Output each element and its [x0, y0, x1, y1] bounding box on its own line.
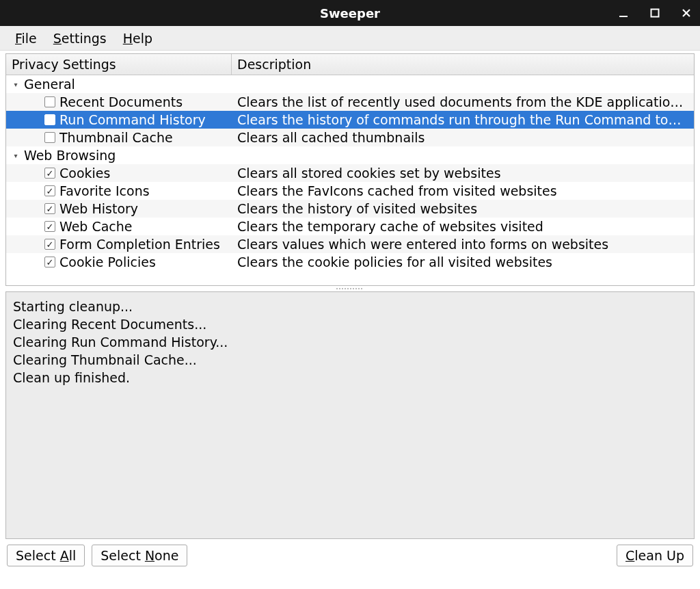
log-line: Clearing Thumbnail Cache... — [13, 351, 687, 369]
select-none-button[interactable]: Select None — [92, 545, 187, 566]
item-label: Web Cache — [59, 219, 133, 234]
select-all-button[interactable]: Select All — [7, 545, 85, 566]
item-label: Cookies — [59, 166, 110, 181]
tree-item[interactable]: Run Command HistoryClears the history of… — [6, 111, 694, 129]
checkbox[interactable] — [44, 96, 55, 107]
button-bar: Select All Select None Clean Up — [0, 539, 700, 573]
item-description: Clears the FavIcons cached from visited … — [232, 183, 694, 198]
tree-group[interactable]: ▾General — [6, 75, 694, 93]
checkbox[interactable]: ✓ — [44, 257, 55, 267]
group-cell: ▾General — [6, 77, 232, 92]
svg-rect-1 — [651, 10, 659, 17]
tree-item[interactable]: ✓CookiesClears all stored cookies set by… — [6, 164, 694, 182]
item-description: Clears the history of visited websites — [232, 201, 694, 216]
group-cell: ▾Web Browsing — [6, 148, 232, 163]
item-description: Clears the list of recently used documen… — [232, 94, 694, 109]
tree-group[interactable]: ▾Web Browsing — [6, 146, 694, 164]
item-description: Clears the cookie policies for all visit… — [232, 254, 694, 270]
item-name-cell: ✓Favorite Icons — [6, 183, 232, 198]
log-line: Clearing Run Command History... — [13, 333, 687, 351]
menu-settings-rest: ettings — [62, 31, 107, 46]
minimize-button[interactable] — [614, 3, 633, 23]
tree-item[interactable]: ✓Web HistoryClears the history of visite… — [6, 200, 694, 218]
menu-help-rest: elp — [133, 31, 152, 46]
item-label: Web History — [59, 201, 138, 216]
item-name-cell: ✓Cookies — [6, 166, 232, 181]
item-name-cell: ✓Web History — [6, 201, 232, 216]
checkbox[interactable]: ✓ — [44, 168, 55, 179]
tree-body: ▾GeneralRecent DocumentsClears the list … — [6, 75, 694, 285]
item-name-cell: ✓Web Cache — [6, 219, 232, 234]
item-name-cell: Run Command History — [6, 112, 232, 127]
item-label: Form Completion Entries — [59, 237, 220, 252]
maximize-button[interactable] — [645, 3, 664, 23]
checkbox[interactable]: ✓ — [44, 185, 55, 196]
log-line: Starting cleanup... — [13, 298, 687, 315]
checkbox[interactable]: ✓ — [44, 203, 55, 214]
item-name-cell: ✓Form Completion Entries — [6, 237, 232, 252]
item-name-cell: Thumbnail Cache — [6, 130, 232, 145]
log-line: Clearing Recent Documents... — [13, 315, 687, 333]
checkbox[interactable]: ✓ — [44, 221, 55, 232]
tree-item[interactable]: Thumbnail CacheClears all cached thumbna… — [6, 129, 694, 146]
window-controls — [614, 3, 700, 23]
checkbox[interactable] — [44, 114, 55, 125]
item-description: Clears all cached thumbnails — [232, 130, 694, 145]
tree-header: Privacy Settings Description — [6, 54, 694, 75]
column-header-description[interactable]: Description — [232, 54, 694, 75]
item-label: Run Command History — [59, 112, 206, 127]
item-description: Clears all stored cookies set by website… — [232, 166, 694, 181]
item-name-cell: ✓Cookie Policies — [6, 254, 232, 270]
group-label: General — [24, 77, 75, 92]
item-description: Clears the temporary cache of websites v… — [232, 219, 694, 234]
checkbox[interactable]: ✓ — [44, 239, 55, 250]
tree-item[interactable]: ✓Favorite IconsClears the FavIcons cache… — [6, 182, 694, 200]
item-description: Clears the history of commands run throu… — [232, 112, 694, 127]
menu-settings[interactable]: Settings — [45, 28, 115, 49]
item-label: Recent Documents — [59, 94, 183, 109]
menubar: File Settings Help — [0, 26, 700, 51]
menu-file[interactable]: File — [7, 28, 45, 49]
item-label: Favorite Icons — [59, 183, 150, 198]
column-header-privacy-settings[interactable]: Privacy Settings — [6, 54, 232, 75]
item-label: Cookie Policies — [59, 254, 156, 270]
close-button[interactable] — [677, 3, 696, 23]
tree-item[interactable]: ✓Cookie PoliciesClears the cookie polici… — [6, 253, 694, 271]
window-title: Sweeper — [320, 6, 380, 21]
item-description: Clears values which were entered into fo… — [232, 237, 694, 252]
item-label: Thumbnail Cache — [59, 130, 173, 145]
splitter-grip-icon — [336, 288, 364, 289]
menu-help[interactable]: Help — [115, 28, 161, 49]
expand-icon[interactable]: ▾ — [10, 150, 21, 161]
log-line: Clean up finished. — [13, 369, 687, 387]
group-label: Web Browsing — [24, 148, 116, 163]
log-output: Starting cleanup...Clearing Recent Docum… — [5, 291, 695, 539]
tree-item[interactable]: ✓Web CacheClears the temporary cache of … — [6, 218, 694, 235]
checkbox[interactable] — [44, 132, 55, 143]
splitter-handle[interactable] — [5, 286, 695, 291]
clean-up-button[interactable]: Clean Up — [617, 545, 693, 566]
titlebar: Sweeper — [0, 0, 700, 26]
tree-item[interactable]: Recent DocumentsClears the list of recen… — [6, 93, 694, 111]
menu-file-rest: ile — [22, 31, 37, 46]
item-name-cell: Recent Documents — [6, 94, 232, 109]
svg-rect-0 — [619, 16, 628, 17]
privacy-settings-tree: Privacy Settings Description ▾GeneralRec… — [5, 53, 695, 286]
expand-icon[interactable]: ▾ — [10, 79, 21, 90]
tree-item[interactable]: ✓Form Completion EntriesClears values wh… — [6, 235, 694, 253]
